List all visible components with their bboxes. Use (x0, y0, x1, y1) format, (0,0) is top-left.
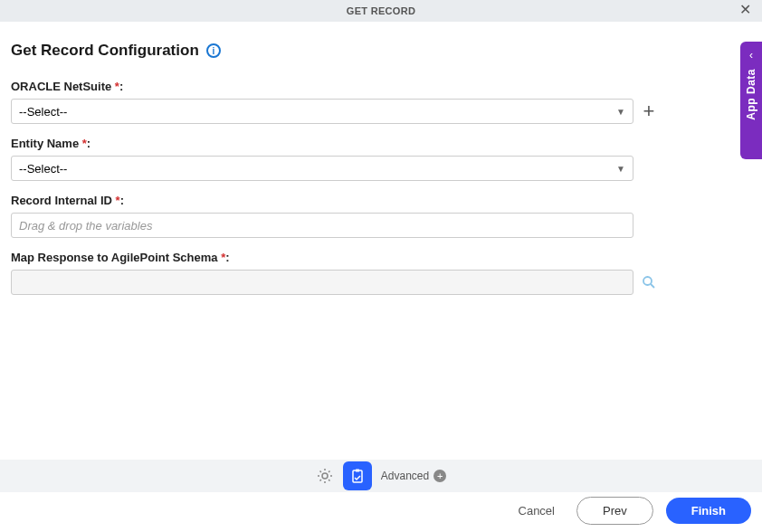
netsuite-label-text: ORACLE NetSuite (11, 80, 111, 93)
netsuite-select[interactable]: --Select-- ▼ (11, 99, 633, 124)
field-netsuite: ORACLE NetSuite *: --Select-- ▼ + (11, 80, 751, 124)
netsuite-label: ORACLE NetSuite *: (11, 80, 751, 93)
schema-input[interactable] (11, 270, 633, 295)
field-schema: Map Response to AgilePoint Schema *: (11, 251, 751, 295)
schema-label: Map Response to AgilePoint Schema *: (11, 251, 751, 264)
chevron-down-icon: ▼ (616, 164, 625, 174)
toolbar-strip: Advanced + (0, 460, 762, 492)
content-area: Get Record Configuration i ORACLE NetSui… (0, 22, 762, 532)
field-entity: Entity Name *: --Select-- ▼ (11, 137, 751, 181)
cancel-button[interactable]: Cancel (510, 499, 564, 523)
netsuite-row: --Select-- ▼ + (11, 99, 751, 124)
plus-circle-icon: + (433, 470, 446, 482)
svg-rect-4 (356, 470, 359, 472)
clipboard-icon[interactable] (343, 461, 372, 490)
required-asterisk: * (221, 251, 225, 264)
dialog-header: GET RECORD ✕ (0, 0, 762, 22)
field-record-id: Record Internal ID *: (11, 194, 751, 238)
page-title: Get Record Configuration (11, 42, 199, 60)
app-data-label: App Data (745, 69, 757, 120)
svg-line-1 (651, 284, 654, 288)
footer-buttons: Cancel Prev Finish (510, 497, 751, 525)
entity-label: Entity Name *: (11, 137, 751, 150)
required-asterisk: * (115, 80, 119, 93)
advanced-text: Advanced (381, 470, 429, 482)
app-data-tab[interactable]: ‹ App Data (740, 42, 762, 159)
required-asterisk: * (116, 194, 120, 207)
record-id-label-text: Record Internal ID (11, 194, 112, 207)
record-id-label: Record Internal ID *: (11, 194, 751, 207)
entity-row: --Select-- ▼ (11, 156, 751, 181)
entity-label-text: Entity Name (11, 137, 79, 150)
info-icon[interactable]: i (206, 43, 221, 58)
prev-button[interactable]: Prev (576, 497, 653, 525)
record-id-input[interactable] (11, 213, 633, 238)
entity-select-value: --Select-- (19, 162, 67, 176)
advanced-button[interactable]: Advanced + (381, 470, 446, 482)
close-icon[interactable]: ✕ (739, 3, 751, 17)
svg-point-2 (322, 473, 328, 479)
add-netsuite-icon[interactable]: + (641, 101, 657, 121)
required-asterisk: * (82, 137, 87, 150)
entity-select[interactable]: --Select-- ▼ (11, 156, 633, 181)
netsuite-select-value: --Select-- (19, 105, 67, 119)
chevron-down-icon: ▼ (616, 107, 625, 117)
svg-point-0 (643, 277, 652, 285)
schema-lookup-icon[interactable] (641, 274, 657, 290)
chevron-left-icon: ‹ (749, 49, 753, 62)
dialog-title: GET RECORD (347, 5, 415, 16)
gear-icon[interactable] (316, 467, 334, 485)
schema-row (11, 270, 751, 295)
finish-button[interactable]: Finish (666, 498, 751, 524)
page-title-row: Get Record Configuration i (11, 42, 751, 60)
schema-label-text: Map Response to AgilePoint Schema (11, 251, 218, 264)
